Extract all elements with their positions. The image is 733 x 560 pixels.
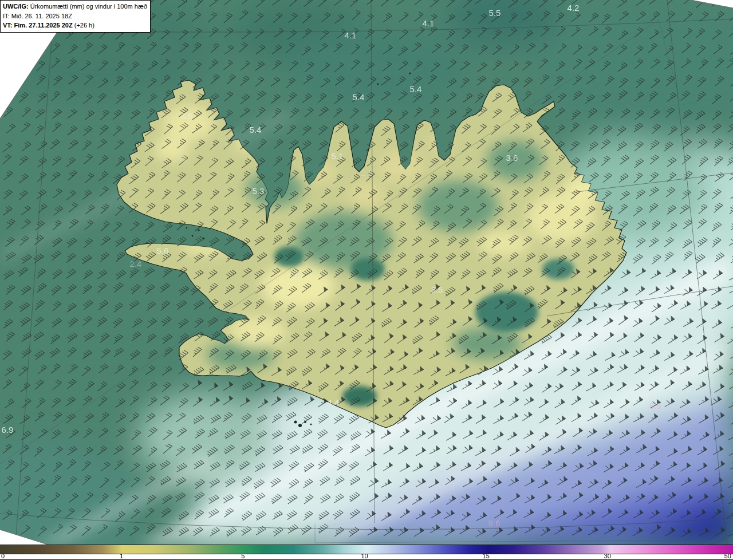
colorbar-tick-label: 30	[604, 553, 611, 559]
colorbar-tick-label: 10	[361, 553, 368, 559]
title-line-init: IT: Mið. 26. 11. 2025 18Z	[3, 11, 147, 21]
title-box: UWC/IG: Úrkomumætti (mm) og vindur i 100…	[0, 0, 151, 33]
colorbar-tick-label: 1	[120, 553, 123, 559]
map-canvas: 4.14.15.54.25.45.44.85.45.13.62.42.85.35…	[0, 0, 733, 545]
map-svg	[0, 0, 733, 545]
colorbar-tick-label: 0	[1, 553, 5, 559]
colorbar-tick-label: 15	[483, 553, 490, 559]
colorbar-tick-label: 5	[241, 553, 245, 559]
title-line-product: UWC/IG: Úrkomumætti (mm) og vindur i 100…	[3, 2, 147, 11]
colorbar-tick-label: 50	[724, 553, 731, 559]
title-line-valid: VT: Fim. 27.11.2025 20Z (+26 h)	[3, 21, 147, 30]
colorbar-tick-row: 01510153050	[0, 554, 733, 559]
weather-map-page: 4.14.15.54.25.45.44.85.45.13.62.42.85.35…	[0, 0, 733, 560]
